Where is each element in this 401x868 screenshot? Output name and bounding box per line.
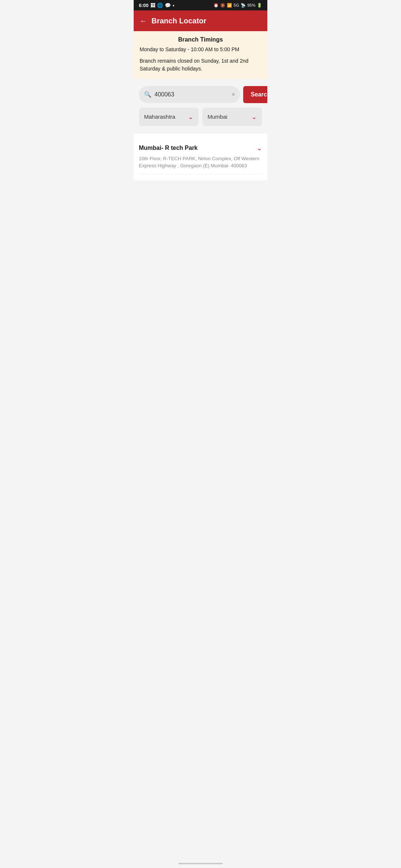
- state-label: Maharashtra: [144, 114, 175, 120]
- signal-icon: 📡: [241, 3, 246, 8]
- network-label: 5G: [234, 3, 239, 7]
- city-chevron-icon: ⌄: [251, 113, 257, 121]
- battery-label: 95%: [247, 3, 255, 7]
- state-dropdown[interactable]: Maharashtra ⌄: [139, 108, 199, 126]
- page-title: Branch Locator: [151, 17, 206, 25]
- city-label: Mumbai: [208, 114, 227, 120]
- branch-header[interactable]: Mumbai- R tech Park ⌄: [139, 139, 262, 155]
- branch-item: Mumbai- R tech Park ⌄ 10th Floor, R-TECH…: [139, 139, 262, 174]
- search-button[interactable]: Search: [243, 86, 267, 103]
- app-header: ← Branch Locator: [134, 10, 267, 31]
- back-button[interactable]: ←: [140, 17, 147, 25]
- whatsapp-icon: 💬: [165, 3, 171, 8]
- status-icons: ⏰ 🔕 📶 5G 📡 95% 🔋: [213, 3, 262, 8]
- clear-icon[interactable]: ×: [232, 91, 235, 98]
- dot-indicator: •: [173, 3, 175, 8]
- alarm-icon: ⏰: [213, 3, 219, 8]
- timings-title: Branch Timings: [140, 36, 261, 43]
- mute-icon: 🔕: [220, 3, 225, 8]
- photo-icon: 🖼: [150, 3, 155, 8]
- timings-schedule: Monday to Saturday - 10:00 AM to 5:00 PM: [140, 46, 261, 53]
- search-row: 🔍 × Search: [139, 86, 262, 103]
- wifi-icon: 📶: [227, 3, 232, 8]
- city-dropdown[interactable]: Mumbai ⌄: [202, 108, 262, 126]
- globe-icon: 🌐: [157, 3, 163, 8]
- status-bar: 6:00 🖼 🌐 💬 • ⏰ 🔕 📶 5G 📡 95% 🔋: [134, 0, 267, 10]
- status-time: 6:00 🖼 🌐 💬 •: [139, 3, 175, 8]
- branch-address: 10th Floor, R-TECH PARK, Nirlon Complex,…: [139, 155, 262, 174]
- search-input-wrapper: 🔍 ×: [139, 86, 240, 103]
- branch-name: Mumbai- R tech Park: [139, 145, 198, 151]
- timings-note: Branch remains closed on Sunday, 1st and…: [140, 57, 261, 73]
- search-input[interactable]: [154, 91, 229, 98]
- state-chevron-icon: ⌄: [188, 113, 193, 121]
- battery-icon: 🔋: [257, 3, 262, 8]
- branch-expand-icon: ⌄: [257, 144, 262, 152]
- timings-banner: Branch Timings Monday to Saturday - 10:0…: [134, 31, 267, 79]
- dropdowns-row: Maharashtra ⌄ Mumbai ⌄: [139, 108, 262, 126]
- search-section: 🔍 × Search Maharashtra ⌄ Mumbai ⌄: [134, 79, 267, 131]
- search-icon: 🔍: [144, 91, 151, 98]
- time-label: 6:00: [139, 3, 149, 8]
- results-section: Mumbai- R tech Park ⌄ 10th Floor, R-TECH…: [134, 134, 267, 180]
